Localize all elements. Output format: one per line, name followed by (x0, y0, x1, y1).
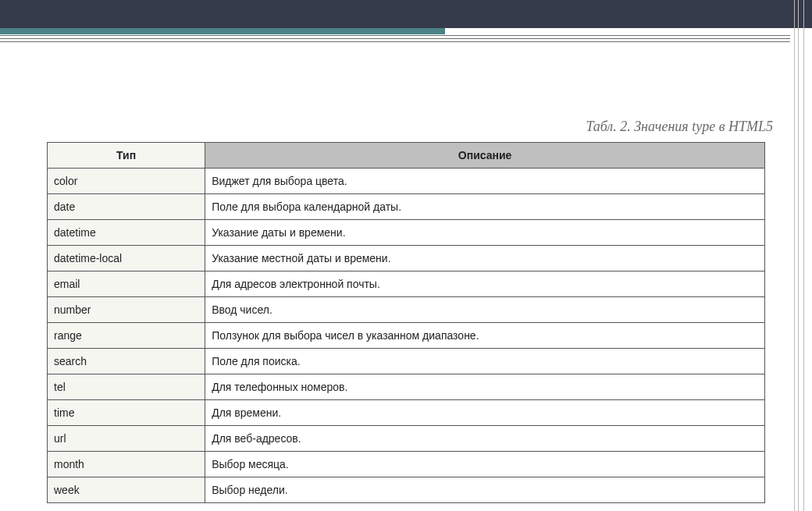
slide-background: Табл. 2. Значения type в HTML5 Тип Описа… (0, 0, 812, 511)
cell-type: datetime-local (48, 246, 205, 271)
cell-type: time (48, 400, 205, 426)
cell-type: month (48, 452, 205, 477)
table-row: datetime-localУказание местной даты и вр… (48, 246, 765, 271)
cell-type: color (48, 169, 205, 194)
cell-desc: Для времени. (205, 400, 765, 426)
cell-desc: Ввод чисел. (205, 297, 765, 323)
cell-type: range (48, 323, 205, 349)
table-row: monthВыбор месяца. (48, 452, 765, 477)
cell-type: date (48, 194, 205, 220)
right-vertical-rule (798, 0, 804, 511)
cell-desc: Выбор месяца. (205, 452, 765, 477)
cell-desc: Для адресов электронной почты. (205, 271, 765, 297)
cell-type: week (48, 477, 205, 503)
cell-desc: Поле для поиска. (205, 349, 765, 374)
table-row: dateПоле для выбора календарной даты. (48, 194, 765, 220)
cell-desc: Для телефонных номеров. (205, 374, 765, 400)
cell-desc: Поле для выбора календарной даты. (205, 194, 765, 220)
table-caption: Табл. 2. Значения type в HTML5 (586, 119, 773, 135)
divider-line (0, 35, 790, 36)
cell-type: tel (48, 374, 205, 400)
table-row: emailДля адресов электронной почты. (48, 271, 765, 297)
header-type: Тип (48, 143, 205, 169)
header-band (0, 0, 812, 28)
table-container: Тип Описание colorВиджет для выбора цвет… (47, 142, 765, 503)
divider-line (0, 41, 790, 42)
cell-type: url (48, 426, 205, 452)
table-row: telДля телефонных номеров. (48, 374, 765, 400)
table-row: urlДля веб-адресов. (48, 426, 765, 452)
cell-type: number (48, 297, 205, 323)
table-row: rangeПолзунок для выбора чисел в указанн… (48, 323, 765, 349)
table-row: datetimeУказание даты и времени. (48, 220, 765, 246)
divider-line (0, 38, 790, 39)
cell-desc: Ползунок для выбора чисел в указанном ди… (205, 323, 765, 349)
right-vertical-rule (794, 0, 795, 511)
table-row: weekВыбор недели. (48, 477, 765, 503)
cell-type: datetime (48, 220, 205, 246)
cell-type: email (48, 271, 205, 297)
table-row: colorВиджет для выбора цвета. (48, 169, 765, 194)
type-values-table: Тип Описание colorВиджет для выбора цвет… (47, 142, 765, 503)
table-header-row: Тип Описание (48, 143, 765, 169)
table-row: numberВвод чисел. (48, 297, 765, 323)
accent-bar (0, 28, 445, 34)
cell-desc: Указание местной даты и времени. (205, 246, 765, 271)
table-row: timeДля времени. (48, 400, 765, 426)
cell-desc: Для веб-адресов. (205, 426, 765, 452)
cell-desc: Виджет для выбора цвета. (205, 169, 765, 194)
cell-desc: Указание даты и времени. (205, 220, 765, 246)
cell-desc: Выбор недели. (205, 477, 765, 503)
header-desc: Описание (205, 143, 765, 169)
cell-type: search (48, 349, 205, 374)
table-row: searchПоле для поиска. (48, 349, 765, 374)
